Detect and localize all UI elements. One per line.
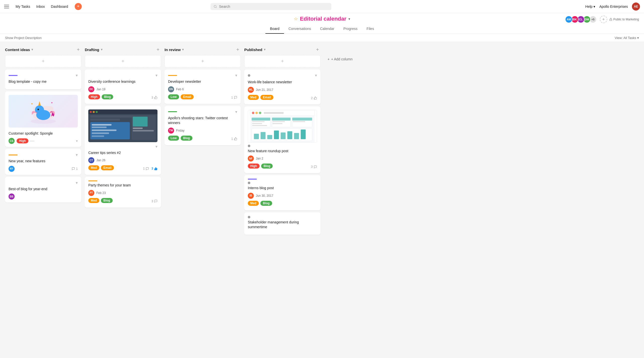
card-party-themes-title: Party themes for your team: [88, 183, 157, 188]
tab-board[interactable]: Board: [265, 24, 284, 34]
card-twitter-contest-chevron-icon[interactable]: ▾: [235, 109, 237, 114]
column-add-in-review-button[interactable]: +: [234, 46, 241, 53]
card-party-themes[interactable]: Party themes for your team PT Feb 23 Med…: [85, 177, 161, 208]
card-interns-blog[interactable]: Interns blog post IB Jun 30, 2017 Med Bl…: [244, 175, 320, 210]
column-header-published: Published ▾ +: [244, 46, 321, 55]
show-description-link[interactable]: Show Project Description: [5, 36, 42, 40]
add-task-card-content-ideas[interactable]: +: [5, 55, 81, 67]
tab-progress[interactable]: Progress: [339, 24, 362, 34]
add-member-button[interactable]: +: [600, 16, 607, 23]
card-work-life-likes: 2: [311, 96, 317, 100]
card-work-life-chevron-icon[interactable]: ▾: [315, 73, 317, 78]
svg-rect-45: [293, 121, 305, 122]
tab-calendar[interactable]: Calendar: [315, 24, 339, 34]
column-add-drafting-button[interactable]: +: [154, 46, 162, 53]
nav-my-tasks[interactable]: My Tasks: [13, 3, 33, 10]
card-work-life-tags: Med Email: [248, 95, 273, 100]
card-developer-newsletter[interactable]: ▾ Developer newsletter DN Feb 6 Low Emai…: [165, 69, 241, 104]
card-new-feature-roundup[interactable]: New feature roundup post NF Jan 2 High B…: [244, 106, 320, 173]
tab-conversations[interactable]: Conversations: [284, 24, 316, 34]
view-all-link[interactable]: View: All Tasks ▾: [615, 36, 639, 40]
project-title-chevron-icon[interactable]: ▾: [348, 17, 350, 21]
add-button[interactable]: +: [75, 3, 82, 10]
card-dev-newsletter-title: Developer newsletter: [168, 79, 237, 84]
card-stakeholder-management-title: Stakeholder management during summertime: [248, 220, 317, 230]
tag-email-dev-newsletter: Email: [181, 94, 194, 99]
card-new-year-chevron-icon[interactable]: ▾: [76, 152, 78, 157]
tag-blog-party-themes: Blog: [101, 198, 113, 203]
card-career-tips-tags: Med Email: [88, 165, 114, 170]
project-actions: AM BK CL DM +5 + Public to Marketing: [567, 16, 639, 23]
board: Content ideas ▾ + + ▾ Blog template - co…: [0, 42, 644, 358]
card-new-year-comments: 1: [72, 167, 78, 171]
svg-rect-22: [92, 132, 109, 134]
search-input[interactable]: [219, 5, 329, 9]
svg-rect-41: [272, 121, 285, 122]
card-dev-newsletter-header: ▾: [168, 73, 237, 78]
nav-dashboard[interactable]: Dashboard: [48, 3, 71, 10]
card-career-tips[interactable]: ▾ Career tips series #2 CT Jan 26 Med Em…: [85, 106, 161, 175]
card-dev-newsletter-chevron-icon[interactable]: ▾: [235, 73, 237, 78]
help-link[interactable]: Help ▾: [585, 5, 595, 9]
member-avatar-1[interactable]: AM: [565, 16, 573, 23]
card-diversity-date: Jan 19: [96, 88, 105, 91]
tag-low-dev-newsletter: Low: [168, 94, 179, 99]
column-title-content-ideas[interactable]: Content ideas ▾: [5, 48, 33, 52]
card-career-tips-comments: 1: [143, 167, 149, 170]
svg-rect-52: [287, 131, 292, 139]
visibility-badge[interactable]: Public to Marketing: [609, 18, 639, 21]
svg-line-1: [216, 7, 217, 8]
card-dev-newsletter-meta: DN Feb 6: [168, 86, 237, 92]
card-new-feature-roundup-image: [248, 110, 317, 143]
card-career-tips-image: [88, 109, 157, 142]
svg-rect-50: [274, 130, 279, 139]
card-interns-blog-meta: IB Jun 30, 2017: [248, 193, 317, 199]
star-icon[interactable]: ☆: [294, 16, 298, 22]
card-new-year[interactable]: ▾ New year, new features NY 1: [5, 149, 81, 175]
add-task-card-published[interactable]: +: [244, 55, 320, 67]
card-customer-spotlight-chevron-icon[interactable]: ▾: [76, 139, 78, 143]
column-add-content-ideas-button[interactable]: +: [75, 46, 82, 53]
card-blog-template[interactable]: ▾ Blog template - copy me: [5, 69, 81, 89]
svg-text:✦: ✦: [51, 101, 53, 104]
card-customer-spotlight[interactable]: ✦ ✦ Customer spotlight: Spongle CS High …: [5, 91, 81, 147]
svg-text:✦: ✦: [31, 102, 33, 106]
card-blog-template-chevron-icon[interactable]: ▾: [76, 73, 78, 78]
nav-inbox[interactable]: Inbox: [34, 3, 47, 10]
card-diversity-chevron-icon[interactable]: ▾: [155, 73, 157, 78]
column-title-published[interactable]: Published ▾: [244, 48, 265, 52]
card-work-life-avatar: WL: [248, 87, 254, 93]
column-title-in-review[interactable]: In review ▾: [165, 48, 184, 52]
tag-med-work-life: Med: [248, 95, 259, 100]
card-twitter-contest[interactable]: ▾ Apollo's shooting stars: Twitter conte…: [165, 106, 241, 145]
hamburger-icon[interactable]: [4, 4, 9, 9]
svg-rect-42: [272, 123, 282, 124]
add-task-card-drafting[interactable]: +: [85, 55, 161, 67]
user-avatar[interactable]: AE: [632, 3, 640, 11]
card-work-life-dot: [248, 74, 250, 77]
card-new-feature-roundup-title: New feature roundup post: [248, 149, 317, 154]
card-career-tips-likes: 3: [151, 167, 157, 170]
card-new-feature-roundup-footer: 3: [311, 165, 317, 169]
card-diversity-conference[interactable]: ▾ Diversity conference learnings DC Jan …: [85, 69, 161, 104]
lock-icon: [609, 18, 612, 21]
card-work-life-footer: 2: [311, 96, 317, 100]
card-work-life-balance[interactable]: ▾ Work-life balance newsletter WL Jun 21…: [244, 69, 320, 104]
column-add-published-button[interactable]: +: [314, 46, 321, 53]
card-blog-template-title: Blog template - copy me: [9, 79, 78, 84]
svg-rect-16: [90, 115, 135, 117]
add-column-button[interactable]: + + Add column: [324, 55, 356, 63]
tag-high-diversity: High: [88, 94, 100, 99]
card-stakeholder-management[interactable]: Stakeholder management during summertime: [244, 212, 320, 235]
card-new-year-title: New year, new features: [9, 159, 78, 164]
project-title-row: ☆ Editorial calendar ▾: [294, 16, 350, 22]
dashboard-illustration: [88, 109, 157, 142]
add-task-card-in-review[interactable]: +: [165, 55, 241, 67]
tab-files[interactable]: Files: [362, 24, 379, 34]
card-best-of-blog[interactable]: ▾ Best-of blog for year-end BB: [5, 177, 81, 203]
card-career-tips-chevron-icon[interactable]: ▾: [155, 144, 157, 149]
org-name[interactable]: Apollo Enterprises: [599, 5, 628, 9]
column-title-drafting[interactable]: Drafting ▾: [85, 48, 102, 52]
card-best-of-blog-header: ▾: [9, 180, 78, 185]
card-best-of-blog-chevron-icon[interactable]: ▾: [76, 180, 78, 185]
